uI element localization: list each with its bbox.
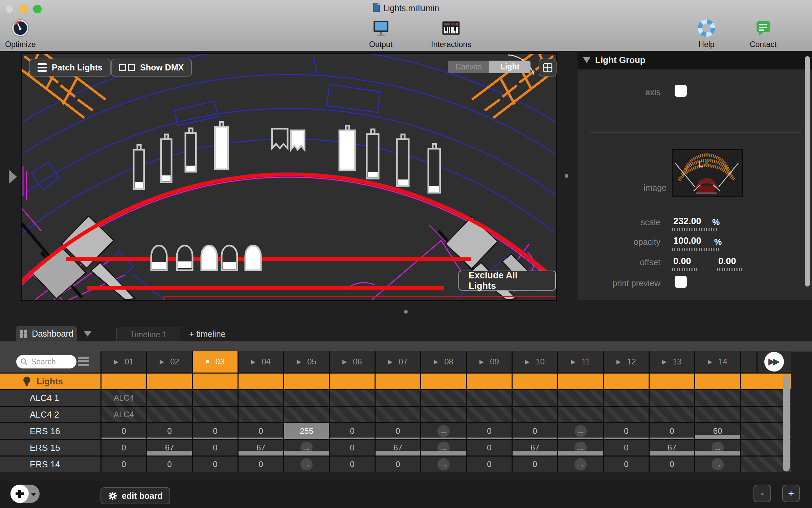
board-cell-ers-16-6[interactable]: 0 (330, 423, 375, 439)
board-list-icon[interactable] (78, 357, 89, 366)
workspace-layout-button[interactable] (539, 59, 557, 77)
board-cell-ers-15-2[interactable]: 67 (147, 440, 192, 456)
expand-sidebar-arrow[interactable] (9, 170, 17, 184)
board-cell-ers-14-7[interactable]: 0 (376, 457, 420, 472)
board-cell-ers-14-11[interactable]: → (558, 457, 603, 472)
board-cell-ers-16-8[interactable]: → (421, 423, 466, 439)
board-cell-lights-3[interactable] (193, 374, 238, 389)
column-header-14[interactable]: ▶14 (695, 351, 740, 373)
board-cell-lights-6[interactable] (330, 374, 375, 389)
scale-scrubber[interactable] (672, 228, 718, 231)
board-cell-ers-16-3[interactable]: 0 (193, 423, 238, 439)
toolbar-help[interactable]: Help (697, 18, 716, 49)
board-cell-ers-16-4[interactable]: 0 (239, 423, 283, 439)
edit-board-button[interactable]: edit board (100, 487, 170, 504)
board-cell-alc4-2-10[interactable] (513, 407, 557, 422)
board-cell-alc4-1-1[interactable]: ALC4 (102, 390, 146, 406)
column-header-09[interactable]: ▶09 (467, 351, 512, 373)
board-cell-alc4-1-2[interactable] (147, 390, 192, 406)
board-cell-alc4-2-9[interactable] (467, 407, 512, 422)
board-cell-alc4-2-6[interactable] (330, 407, 375, 422)
board-cell-ers-15-14[interactable]: → (695, 440, 740, 456)
board-cell-ers-15-3[interactable]: 0 (193, 440, 238, 456)
panel-scrollbar[interactable] (805, 56, 810, 287)
board-cell-ers-14-13[interactable]: 0 (650, 457, 694, 472)
board-cell-ers-16-1[interactable]: 0 (102, 423, 146, 439)
board-cell-alc4-2-14[interactable] (695, 407, 740, 422)
board-cell-alc4-2-13[interactable] (650, 407, 694, 422)
column-header-03[interactable]: ■03 (193, 351, 238, 373)
board-cell-ers-15-4[interactable]: 67 (239, 440, 283, 456)
column-header-01[interactable]: ▶01 (102, 351, 146, 373)
tab-dashboard[interactable]: Dashboard (16, 326, 77, 341)
board-cell-alc4-2-12[interactable] (604, 407, 649, 422)
board-cell-ers-15-13[interactable]: 67 (650, 440, 694, 456)
board-cell-lights-5[interactable] (284, 374, 329, 389)
row-label-alc4-1[interactable]: ALC4 1 (0, 390, 100, 406)
board-cell-alc4-1-10[interactable] (513, 390, 557, 406)
patch-lights-button[interactable]: Patch Lights (29, 59, 111, 77)
board-cell-ers-16-10[interactable]: 0 (513, 423, 557, 439)
row-label-lights[interactable]: Lights (0, 374, 100, 389)
column-header-10[interactable]: ▶10 (513, 351, 557, 373)
board-cell-alc4-1-11[interactable] (558, 390, 603, 406)
column-header-07[interactable]: ▶07 (376, 351, 420, 373)
board-cell-alc4-2-5[interactable] (284, 407, 329, 422)
board-cell-lights-7[interactable] (376, 374, 420, 389)
scale-value[interactable]: 232.00 (673, 216, 701, 227)
board-scrollbar[interactable] (783, 375, 790, 471)
board-cell-lights-8[interactable] (421, 374, 466, 389)
board-cell-lights-14[interactable] (695, 374, 740, 389)
board-cell-ers-14-12[interactable]: 0 (604, 457, 649, 472)
board-cell-ers-15-8[interactable]: → (421, 440, 466, 456)
board-cell-ers-16-9[interactable]: 0 (467, 423, 512, 439)
add-timeline-button[interactable]: + timeline (189, 327, 226, 341)
board-cell-ers-16-11[interactable]: → (558, 423, 603, 439)
toolbar-output[interactable]: Output (369, 18, 392, 49)
column-header-08[interactable]: ▶08 (421, 351, 466, 373)
board-cell-ers-14-4[interactable]: 0 (239, 457, 283, 472)
board-cell-lights-10[interactable] (513, 374, 557, 389)
opacity-scrubber[interactable] (672, 248, 720, 251)
board-cell-alc4-1-13[interactable] (650, 390, 694, 406)
column-header-11[interactable]: ▶11 (558, 351, 603, 373)
board-cell-ers-15-1[interactable]: 0 (102, 440, 146, 456)
fast-forward-button[interactable]: ▶▶ (764, 352, 784, 372)
board-cell-alc4-2-11[interactable] (558, 407, 603, 422)
search-input[interactable] (30, 357, 69, 367)
board-cell-lights-1[interactable] (102, 374, 146, 389)
row-label-alc4-2[interactable]: ALC4 2 (0, 407, 100, 422)
row-label-ers-14[interactable]: ERS 14 (0, 457, 100, 472)
column-header-02[interactable]: ▶02 (147, 351, 192, 373)
board-cell-lights-11[interactable] (558, 374, 603, 389)
board-cell-ers-16-14[interactable]: 60 (695, 423, 740, 439)
zoom-in-button[interactable]: + (782, 485, 800, 502)
board-cell-ers-14-10[interactable]: 0 (513, 457, 557, 472)
board-cell-ers-14-8[interactable]: → (421, 457, 466, 472)
add-dropdown-caret[interactable] (31, 493, 36, 496)
offset-x-value[interactable]: 0.00 (673, 256, 691, 267)
board-cell-alc4-1-4[interactable] (239, 390, 283, 406)
tab-timeline-1[interactable]: Timeline 1 (116, 327, 180, 342)
board-cell-alc4-1-5[interactable] (284, 390, 329, 406)
board-cell-ers-14-3[interactable]: 0 (193, 457, 238, 472)
axis-checkbox[interactable] (675, 85, 687, 97)
board-cell-ers-16-7[interactable]: 0 (376, 423, 420, 439)
row-label-ers-15[interactable]: ERS 15 (0, 440, 100, 456)
column-header-05[interactable]: ▶05 (284, 351, 329, 373)
board-cell-alc4-1-6[interactable] (330, 390, 375, 406)
board-cell-lights-2[interactable] (147, 374, 192, 389)
board-cell-alc4-2-3[interactable] (193, 407, 238, 422)
search-field[interactable] (16, 355, 76, 368)
light-group-header[interactable]: Light Group (578, 51, 812, 69)
board-cell-alc4-1-8[interactable] (421, 390, 466, 406)
show-dmx-button[interactable]: Show DMX (111, 59, 192, 77)
board-cell-lights-9[interactable] (467, 374, 512, 389)
board-cell-ers-15-9[interactable]: 0 (467, 440, 512, 456)
opacity-value[interactable]: 100.00 (673, 236, 701, 246)
toggle-canvas-segment[interactable]: Canvas (448, 61, 489, 73)
board-cell-ers-16-5[interactable]: 255 (284, 423, 329, 439)
toolbar-optimize[interactable]: Optimize (5, 18, 36, 49)
board-cell-ers-16-12[interactable]: 0 (604, 423, 649, 439)
board-cell-ers-14-1[interactable]: 0 (102, 457, 146, 472)
